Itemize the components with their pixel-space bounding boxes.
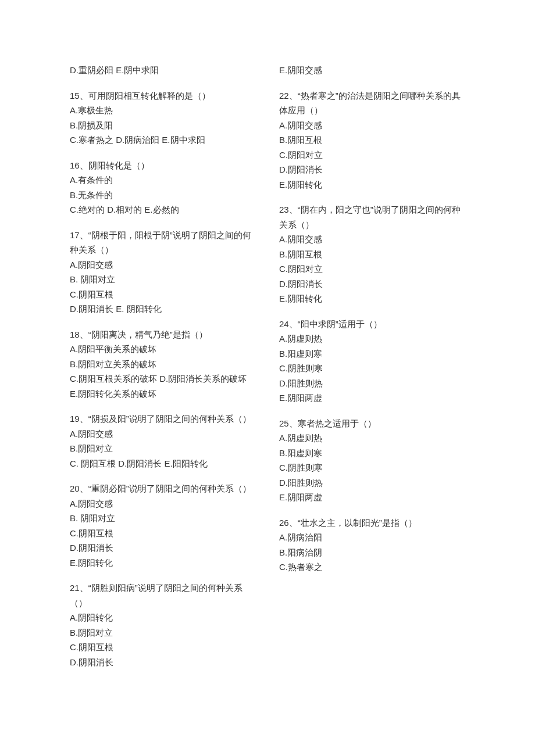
option-text: B. 阴阳对立 (70, 272, 256, 287)
option-text: C.热者寒之 (279, 560, 465, 575)
orphan-line-right: E.阴阳交感 (279, 63, 465, 78)
orphan-line-left: D.重阴必阳 E.阴中求阳 (70, 63, 256, 78)
option-text: D.阴阳消长 (70, 540, 256, 556)
option-text: B. 阴阳对立 (70, 511, 256, 526)
option-text: E.阴阳转化 (279, 291, 465, 306)
option-text: C.阴胜则寒 (279, 460, 465, 475)
question-text: 22、“热者寒之”的治法是阴阳之间哪种关系的具体应用（） (279, 88, 465, 118)
option-text: A.有条件的 (70, 173, 256, 188)
question-block: 19、“阴损及阳”说明了阴阳之间的何种关系（）A.阴阳交感B.阴阳对立C. 阴阳… (70, 411, 256, 471)
question-block: 18、“阴阳离决，精气乃绝”是指（）A.阴阳平衡关系的破坏B.阴阳对立关系的破坏… (70, 327, 256, 402)
option-text: B.阴阳对立 (70, 441, 256, 456)
option-text: A.阴病治阳 (279, 530, 465, 545)
option-text: C.寒者热之 D.阴病治阳 E.阴中求阳 (70, 132, 256, 148)
question-block: 15、可用阴阳相互转化解释的是（）A.寒极生热B.阴损及阳C.寒者热之 D.阴病… (70, 88, 256, 148)
option-text: D.阴阳消长 E. 阴阳转化 (70, 302, 256, 317)
option-text: D.阴阳消长 (279, 277, 465, 292)
option-text: C.阴阳互根 (70, 526, 256, 541)
question-text: 15、可用阴阳相互转化解释的是（） (70, 88, 256, 103)
question-text: 20、“重阴必阳”说明了阴阳之间的何种关系（） (70, 481, 256, 496)
option-text: A.阴阳转化 (70, 610, 256, 625)
question-block: 20、“重阴必阳”说明了阴阳之间的何种关系（）A.阴阳交感B. 阴阳对立C.阴阳… (70, 481, 256, 570)
question-block: 16、阴阳转化是（）A.有条件的B.无条件的C.绝对的 D.相对的 E.必然的 (70, 158, 256, 217)
option-text: A.阴虚则热 (279, 331, 465, 346)
question-block: 24、“阳中求阴”适用于（）A.阴虚则热B.阳虚则寒C.阴胜则寒D.阳胜则热E.… (279, 317, 465, 406)
option-text: E.阴阳两虚 (279, 490, 465, 505)
option-text: B.阴损及阳 (70, 118, 256, 133)
option-text: A.阴阳交感 (70, 257, 256, 273)
option-text: B.阳病治阴 (279, 545, 465, 560)
option-text: B.无条件的 (70, 188, 256, 203)
option-text: B.阳虚则寒 (279, 446, 465, 461)
question-text: 17、“阴根于阳，阳根于阴”说明了阴阳之间的何种关系（） (70, 228, 256, 257)
option-text: D.阴阳消长 (279, 162, 465, 177)
option-text: B.阴阳对立 (70, 625, 256, 640)
question-text: 16、阴阳转化是（） (70, 158, 256, 173)
option-text: C.阴胜则寒 (279, 361, 465, 376)
option-text: C.阴阳对立 (279, 148, 465, 163)
question-text: 23、“阴在内，阳之守也”说明了阴阳之间的何种关系（） (279, 202, 465, 232)
option-text: C.阴阳互根 (70, 640, 256, 655)
option-text: B.阴阳互根 (279, 247, 465, 262)
question-text: 24、“阳中求阴”适用于（） (279, 317, 465, 332)
option-text: E.阴阳转化 (279, 177, 465, 192)
question-block: 25、寒者热之适用于（）A.阴虚则热B.阳虚则寒C.阴胜则寒D.阳胜则热E.阴阳… (279, 416, 465, 505)
option-text: A.阴虚则热 (279, 431, 465, 446)
question-text: 19、“阴损及阳”说明了阴阳之间的何种关系（） (70, 411, 256, 427)
option-text: E.阴阳两虚 (279, 390, 465, 406)
option-text: B.阴阳对立关系的破坏 (70, 357, 256, 372)
question-text: 26、“壮水之主，以制阳光”是指（） (279, 515, 465, 531)
option-text: A.寒极生热 (70, 103, 256, 118)
option-text: C.阴阳对立 (279, 261, 465, 277)
question-block: 26、“壮水之主，以制阳光”是指（）A.阴病治阳B.阳病治阴C.热者寒之 (279, 515, 465, 575)
question-text: 25、寒者热之适用于（） (279, 416, 465, 431)
question-block: 22、“热者寒之”的治法是阴阳之间哪种关系的具体应用（）A.阴阳交感B.阴阳互根… (279, 88, 465, 192)
option-text: E.阴阳转化 (70, 556, 256, 571)
option-text: A.阴阳交感 (279, 232, 465, 247)
option-text: A.阴阳交感 (70, 427, 256, 442)
question-text: 21、“阴胜则阳病”说明了阴阳之间的何种关系（） (70, 581, 256, 610)
question-block: 23、“阴在内，阳之守也”说明了阴阳之间的何种关系（）A.阴阳交感B.阴阳互根C… (279, 202, 465, 306)
option-text: B.阳虚则寒 (279, 346, 465, 361)
option-text: C.绝对的 D.相对的 E.必然的 (70, 202, 256, 217)
option-text: A.阴阳交感 (70, 496, 256, 511)
option-text: C. 阴阳互根 D.阴阳消长 E.阳阳转化 (70, 456, 256, 471)
option-text: A.阴阳交感 (279, 118, 465, 133)
question-block: 21、“阴胜则阳病”说明了阴阳之间的何种关系（）A.阴阳转化B.阴阳对立C.阴阳… (70, 581, 256, 669)
question-text: 18、“阴阳离决，精气乃绝”是指（） (70, 327, 256, 342)
question-block: 17、“阴根于阳，阳根于阴”说明了阴阳之间的何种关系（）A.阴阳交感B. 阴阳对… (70, 228, 256, 317)
option-text: D.阳胜则热 (279, 475, 465, 490)
option-text: B.阴阳互根 (279, 132, 465, 148)
option-text: D.阳胜则热 (279, 376, 465, 391)
option-text: A.阴阳平衡关系的破坏 (70, 342, 256, 357)
option-text: D.阴阳消长 (70, 655, 256, 670)
option-text: C.阴阳互根关系的破坏 D.阴阳消长关系的破坏 E.阴阳转化关系的破坏 (70, 371, 256, 401)
option-text: C.阴阳互根 (70, 287, 256, 302)
